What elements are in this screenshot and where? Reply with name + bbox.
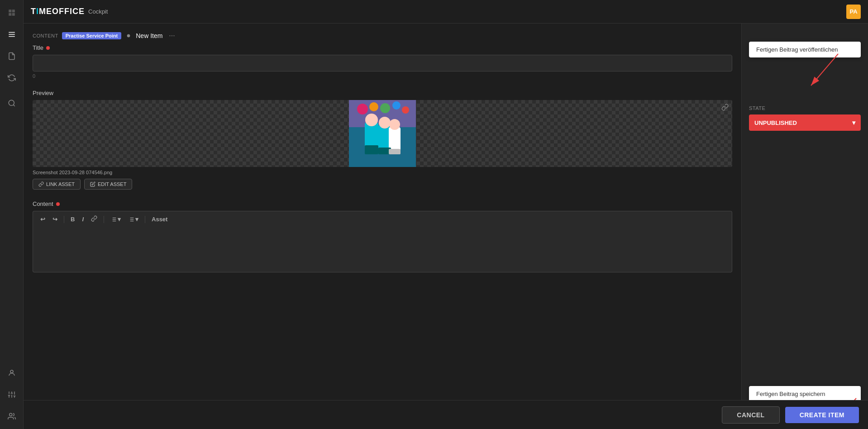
user-circle-icon[interactable] xyxy=(5,366,19,380)
cockpit-label: Cockpit xyxy=(88,8,108,15)
title-field-group: Title 0 xyxy=(33,44,732,79)
content-field-group: Content ↩ ↪ B I xyxy=(33,200,732,272)
svg-rect-32 xyxy=(389,149,401,154)
link-button[interactable] xyxy=(88,214,100,224)
topbar: TIMEOFFICE Cockpit PA xyxy=(24,0,868,24)
unordered-list-button[interactable]: ▾ xyxy=(125,214,141,224)
content-area: CONTENT Practise Service Point New Item … xyxy=(24,24,868,429)
svg-point-16 xyxy=(127,34,130,37)
undo-button[interactable]: ↩ xyxy=(38,214,48,224)
avatar[interactable]: PA xyxy=(846,5,861,19)
preview-actions: LINK ASSET EDIT ASSET xyxy=(33,179,732,190)
page-header: CONTENT Practise Service Point New Item … xyxy=(24,24,741,44)
preview-image xyxy=(349,100,416,167)
toolbar-separator-3 xyxy=(145,216,145,223)
menu-icon[interactable] xyxy=(5,27,19,42)
document-icon[interactable] xyxy=(5,49,19,63)
page-title: New Item xyxy=(136,32,162,39)
svg-point-29 xyxy=(389,119,400,130)
svg-point-22 xyxy=(392,101,401,110)
chevron-down-icon: ▾ xyxy=(852,119,855,126)
toolbar-separator-2 xyxy=(104,216,104,223)
svg-point-25 xyxy=(365,114,378,126)
left-sidebar xyxy=(0,0,24,429)
content-label: Content xyxy=(33,200,732,207)
svg-point-15 xyxy=(9,413,12,416)
tooltip-publish: Fertigen Beitrag veröffentlichen xyxy=(749,42,861,57)
bold-button[interactable]: B xyxy=(68,214,77,224)
edit-asset-button[interactable]: EDIT ASSET xyxy=(84,179,132,190)
create-item-button[interactable]: CREATE ITEM xyxy=(785,407,859,423)
ordered-list-button[interactable]: ▾ xyxy=(108,214,124,224)
italic-button[interactable]: I xyxy=(79,214,86,224)
svg-line-4 xyxy=(13,105,14,106)
spacer xyxy=(749,138,861,379)
toolbar-separator-1 xyxy=(64,216,64,223)
editor-toolbar: ↩ ↪ B I ▾ xyxy=(33,211,732,227)
svg-point-20 xyxy=(369,102,378,111)
svg-rect-2 xyxy=(9,36,15,37)
search-icon[interactable] xyxy=(5,96,19,110)
svg-point-21 xyxy=(380,103,390,113)
link-asset-button[interactable]: LINK ASSET xyxy=(33,179,81,190)
preview-field-group: Preview xyxy=(33,90,732,190)
redo-button[interactable]: ↪ xyxy=(50,214,60,224)
svg-point-27 xyxy=(379,117,391,129)
form-section: Title 0 Preview xyxy=(24,44,741,429)
action-bar: CANCEL CREATE ITEM xyxy=(24,400,868,429)
svg-rect-0 xyxy=(9,32,15,33)
svg-point-23 xyxy=(402,106,409,114)
team-icon[interactable] xyxy=(5,409,19,424)
main-content: TIMEOFFICE Cockpit PA CONTENT Practise S… xyxy=(24,0,868,429)
breadcrumb-separator xyxy=(125,32,132,39)
section-label: CONTENT xyxy=(33,33,58,38)
preview-filename: Screenshot 2023-09-28 074546.png xyxy=(33,170,732,175)
svg-rect-1 xyxy=(9,34,15,35)
svg-line-46 xyxy=(811,54,838,86)
sliders-icon[interactable] xyxy=(5,387,19,402)
preview-area xyxy=(33,100,732,167)
svg-point-3 xyxy=(9,100,14,105)
logo: TIMEOFFICE Cockpit xyxy=(31,7,108,16)
sync-icon[interactable] xyxy=(5,71,19,85)
state-dropdown[interactable]: UNPUBLISHED ▾ xyxy=(749,114,861,131)
state-label: STATE xyxy=(749,105,861,111)
collection-badge[interactable]: Practise Service Point xyxy=(62,32,122,39)
svg-rect-30 xyxy=(365,145,378,154)
state-section: STATE UNPUBLISHED ▾ xyxy=(749,105,861,131)
svg-point-5 xyxy=(10,370,13,373)
tooltip-save: Fertigen Beitrag speichern xyxy=(749,386,861,402)
right-sidebar: Fertigen Beitrag veröffentlichen ST xyxy=(741,24,868,429)
topbar-right: PA xyxy=(846,5,861,19)
char-count: 0 xyxy=(33,73,732,79)
content-required-indicator xyxy=(56,202,60,206)
preview-label: Preview xyxy=(33,90,732,96)
logo-text: TIMEOFFICE xyxy=(31,7,85,16)
editor-body[interactable] xyxy=(33,227,732,272)
title-input[interactable] xyxy=(33,55,732,72)
title-label: Title xyxy=(33,44,732,51)
page-main: CONTENT Practise Service Point New Item … xyxy=(24,24,741,429)
cancel-button[interactable]: CANCEL xyxy=(722,406,779,424)
grid-icon[interactable] xyxy=(5,5,19,20)
required-indicator xyxy=(46,46,50,50)
asset-button[interactable]: Asset xyxy=(149,214,170,224)
annotation-arrow-1 xyxy=(797,52,852,92)
preview-link-icon xyxy=(721,104,729,112)
more-options-button[interactable]: ··· xyxy=(166,31,177,41)
svg-point-19 xyxy=(357,104,368,114)
